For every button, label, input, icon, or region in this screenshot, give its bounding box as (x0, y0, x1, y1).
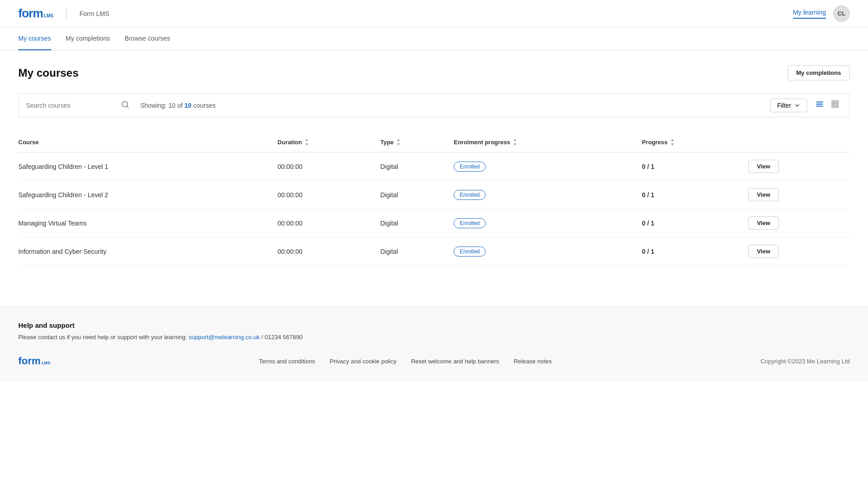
header: formLMS Form LMS My learning CL (0, 0, 868, 27)
page-header: My courses My completions (18, 65, 850, 80)
cell-action-3: View (748, 237, 850, 266)
avatar[interactable]: CL (833, 5, 850, 22)
footer-bottom: formLMS Terms and conditions Privacy and… (18, 355, 850, 367)
footer-email-link[interactable]: support@melearning.co.uk (189, 334, 260, 341)
search-input[interactable] (26, 102, 117, 109)
enrolled-badge-1: Enrolled (454, 190, 486, 200)
sort-icon-enrolment: ▲▼ (513, 137, 517, 147)
cell-duration-1: 00:00:00 (278, 181, 381, 209)
logo-divider (66, 8, 67, 19)
table-row: Managing Virtual Teams 00:00:00 Digital … (18, 209, 850, 237)
courses-table: Course Duration ▲▼ Type ▲▼ (18, 132, 850, 266)
enrolled-badge-2: Enrolled (454, 218, 486, 228)
cell-enrolment-2: Enrolled (454, 209, 642, 237)
tab-my-courses[interactable]: My courses (18, 27, 51, 50)
col-progress[interactable]: Progress ▲▼ (642, 132, 748, 152)
filter-button[interactable]: Filter (770, 99, 807, 112)
view-button-0[interactable]: View (748, 160, 779, 173)
cell-action-0: View (748, 152, 850, 181)
enrolled-badge-3: Enrolled (454, 246, 486, 257)
search-left: Showing: 10 of 10 courses (26, 100, 216, 110)
grid-view-button[interactable] (828, 98, 842, 112)
footer-link-reset[interactable]: Reset welcome and help banners (411, 358, 499, 365)
cell-type-2: Digital (380, 209, 454, 237)
svg-rect-7 (832, 105, 834, 107)
view-button-1[interactable]: View (748, 188, 779, 201)
search-icon (121, 100, 129, 110)
sort-icon-type: ▲▼ (397, 137, 401, 147)
footer-logo-text: form (18, 355, 41, 367)
footer-help-title: Help and support (18, 321, 850, 329)
cell-duration-0: 00:00:00 (278, 152, 381, 181)
col-actions (748, 132, 850, 152)
logo-lms: LMS (44, 13, 53, 18)
footer-logo: formLMS (18, 355, 50, 367)
view-button-3[interactable]: View (748, 245, 779, 258)
footer-link-terms[interactable]: Terms and conditions (259, 358, 315, 365)
cell-type-3: Digital (380, 237, 454, 266)
cell-duration-2: 00:00:00 (278, 209, 381, 237)
showing-count: 10 (185, 102, 192, 109)
logo-text: form (18, 6, 43, 21)
footer-link-release[interactable]: Release notes (514, 358, 552, 365)
cell-course-0: Safeguarding Children - Level 1 (18, 152, 278, 181)
nav-tabs: My courses My completions Browse courses (0, 27, 868, 51)
main-content: My courses My completions Showing: 10 of… (0, 51, 868, 306)
logo: formLMS (18, 6, 53, 21)
cell-course-3: Information and Cyber Security (18, 237, 278, 266)
footer-logo-lms: LMS (42, 361, 50, 365)
table-row: Information and Cyber Security 00:00:00 … (18, 237, 850, 266)
search-box (26, 100, 129, 110)
enrolled-badge-0: Enrolled (454, 162, 486, 172)
page-title: My courses (18, 67, 79, 79)
view-button-2[interactable]: View (748, 216, 779, 230)
logo-area: formLMS Form LMS (18, 6, 109, 21)
footer-links: Terms and conditions Privacy and cookie … (259, 358, 552, 365)
col-type[interactable]: Type ▲▼ (380, 132, 454, 152)
app-name: Form LMS (79, 10, 109, 17)
view-toggle (813, 98, 842, 112)
cell-course-2: Managing Virtual Teams (18, 209, 278, 237)
tab-browse-courses[interactable]: Browse courses (125, 27, 170, 50)
my-learning-link[interactable]: My learning (793, 9, 826, 19)
col-duration[interactable]: Duration ▲▼ (278, 132, 381, 152)
cell-action-2: View (748, 209, 850, 237)
cell-progress-2: 0 / 1 (642, 209, 748, 237)
chevron-down-icon (794, 102, 800, 109)
svg-rect-6 (836, 101, 838, 103)
cell-action-1: View (748, 181, 850, 209)
footer-help-text: Please contact us if you need help or su… (18, 334, 850, 341)
showing-text: Showing: 10 of 10 courses (140, 102, 216, 109)
filter-label: Filter (777, 102, 791, 109)
svg-line-1 (127, 106, 128, 107)
my-completions-button[interactable]: My completions (788, 65, 850, 80)
cell-progress-0: 0 / 1 (642, 152, 748, 181)
col-enrolment[interactable]: Enrolment progress ▲▼ (454, 132, 642, 152)
footer-link-privacy[interactable]: Privacy and cookie policy (330, 358, 397, 365)
toolbar: Showing: 10 of 10 courses Filter (18, 93, 850, 117)
cell-enrolment-0: Enrolled (454, 152, 642, 181)
header-right: My learning CL (793, 5, 850, 22)
list-icon (815, 100, 824, 108)
col-course: Course (18, 132, 278, 152)
courses-tbody: Safeguarding Children - Level 1 00:00:00… (18, 152, 850, 266)
cell-enrolment-1: Enrolled (454, 181, 642, 209)
grid-icon (831, 100, 839, 108)
svg-rect-5 (832, 101, 834, 103)
cell-progress-1: 0 / 1 (642, 181, 748, 209)
cell-enrolment-3: Enrolled (454, 237, 642, 266)
sort-icon-duration: ▲▼ (305, 137, 309, 147)
table-row: Safeguarding Children - Level 1 00:00:00… (18, 152, 850, 181)
table-header: Course Duration ▲▼ Type ▲▼ (18, 132, 850, 152)
cell-type-1: Digital (380, 181, 454, 209)
svg-rect-8 (836, 105, 838, 107)
tab-my-completions[interactable]: My completions (66, 27, 110, 50)
footer-copyright: Copyright ©2023 Me Learning Ltd (761, 358, 850, 365)
cell-progress-3: 0 / 1 (642, 237, 748, 266)
footer: Help and support Please contact us if yo… (0, 306, 868, 382)
toolbar-right: Filter (770, 98, 842, 112)
list-view-button[interactable] (813, 98, 826, 112)
cell-course-1: Safeguarding Children - Level 2 (18, 181, 278, 209)
cell-duration-3: 00:00:00 (278, 237, 381, 266)
table-row: Safeguarding Children - Level 2 00:00:00… (18, 181, 850, 209)
